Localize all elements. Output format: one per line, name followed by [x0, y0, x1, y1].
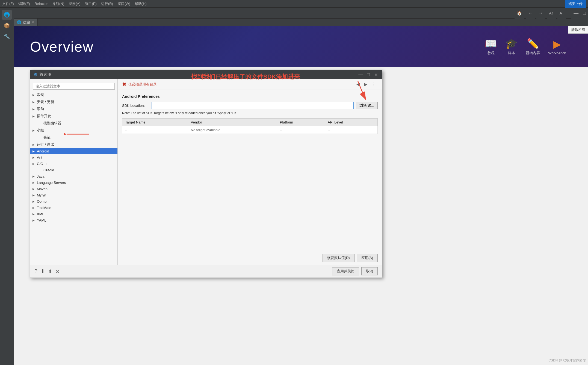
- sidebar-icon-second[interactable]: 📦: [2, 21, 12, 31]
- sdk-targets-table: Target Name Vendor Platform API Level --…: [122, 118, 378, 134]
- prefs-content: Android Preferences SDK Location: 浏览(B).…: [118, 90, 382, 251]
- settings-icon[interactable]: ⊙: [55, 268, 60, 274]
- cell-api: --: [325, 126, 377, 134]
- back-button[interactable]: ←: [526, 8, 535, 19]
- tree-item-16[interactable]: ▶Oomph: [30, 198, 117, 205]
- sidebar-icon-welcome[interactable]: 🌐: [2, 10, 12, 20]
- overview-icon-tutorial[interactable]: 📖 教程: [485, 38, 497, 55]
- overview-icon-sample[interactable]: 🎓 样本: [505, 38, 518, 55]
- browse-button[interactable]: 浏览(B)...: [356, 102, 378, 109]
- apply-close-button[interactable]: 应用并关闭: [332, 267, 359, 275]
- overview-icons: 📖 教程 🎓 样本 ✏️ 新增内容 ▶ Workbench: [485, 38, 566, 55]
- cell-target: --: [122, 126, 188, 134]
- forward-button[interactable]: →: [536, 8, 545, 19]
- tree-arrow-12: ▶: [32, 175, 36, 178]
- dialog-minimize-button[interactable]: —: [357, 72, 364, 77]
- apply-button[interactable]: 应用(A): [357, 254, 378, 262]
- menu-item-search[interactable]: 搜索(A): [69, 1, 80, 6]
- tree-item-2[interactable]: ▶帮助: [30, 105, 117, 113]
- csdn-watermark: CSDN @ 聪明才智亦如你: [548, 358, 586, 363]
- menu-item-file[interactable]: 文件(F): [2, 1, 14, 6]
- tree-item-7[interactable]: ▶运行 / 调试: [30, 141, 117, 148]
- menu-item-edit[interactable]: 编辑(E): [18, 1, 30, 6]
- play-icon: ▶: [553, 39, 561, 50]
- tree-label-10: C/C++: [37, 162, 47, 166]
- col-api-level: API Level: [325, 119, 377, 126]
- upload-button[interactable]: 拓美上传: [565, 0, 586, 8]
- tree-item-11[interactable]: Gradle: [30, 167, 117, 173]
- tree-arrow-5: ▶: [32, 129, 36, 132]
- tree-item-18[interactable]: ▶XML: [30, 211, 117, 217]
- dialog-sidebar: ▶常规▶安装 / 更新▶帮助▶插件开发模型编辑器▶小组验证▶运行 / 调试▶An…: [30, 79, 118, 265]
- dialog-maximize-button[interactable]: □: [366, 72, 371, 77]
- tab-close-button[interactable]: ✕: [32, 20, 34, 24]
- tree-item-3[interactable]: ▶插件开发: [30, 113, 117, 120]
- sidebar-icon-third[interactable]: 🔧: [2, 32, 12, 42]
- dialog-action-bar: 恢复默认值(D) 应用(A): [118, 251, 382, 265]
- cancel-button[interactable]: 取消: [361, 267, 378, 275]
- tree-label-14: Maven: [37, 187, 48, 191]
- book-icon: 📖: [485, 38, 497, 49]
- dialog-title-left: ⚙ 首选项: [34, 72, 51, 77]
- nav-prev-button[interactable]: ◀: [355, 81, 361, 87]
- dialog-title-right: — □ ✕: [357, 72, 379, 77]
- tree-arrow-8: ▶: [32, 150, 36, 153]
- tree-item-6[interactable]: 验证: [30, 134, 117, 141]
- tree-item-12[interactable]: ▶Java: [30, 173, 117, 179]
- home-button[interactable]: 🏠: [515, 8, 524, 19]
- menu-item-project[interactable]: 项目(P): [85, 1, 96, 6]
- clear-all-button[interactable]: 清除所有: [568, 26, 588, 34]
- menu-item-refactor[interactable]: Refactor: [34, 2, 48, 6]
- tree-item-9[interactable]: ▶Ant: [30, 154, 117, 161]
- col-platform: Platform: [277, 119, 325, 126]
- tree-item-1[interactable]: ▶安装 / 更新: [30, 98, 117, 105]
- tree-item-13[interactable]: ▶Language Servers: [30, 179, 117, 186]
- tree-arrow-19: ▶: [32, 219, 36, 222]
- dialog-close-button[interactable]: ✕: [373, 72, 379, 77]
- maximize-button[interactable]: □: [581, 8, 588, 19]
- sdk-note-text: Note: The list of SDK Targets below is o…: [122, 111, 378, 115]
- tree-label-11: Gradle: [43, 168, 54, 172]
- tree-arrow-14: ▶: [32, 187, 36, 190]
- content-area: ⚙ 首选项 — □ ✕: [14, 67, 588, 365]
- font-down-button[interactable]: A↓: [557, 8, 566, 19]
- nav-menu-button[interactable]: ⋮: [370, 81, 378, 87]
- import-icon[interactable]: ⬆: [48, 268, 52, 274]
- tree-label-6: 验证: [43, 135, 51, 140]
- overview-icon-workbench[interactable]: ▶ Workbench: [548, 39, 566, 55]
- tree-item-17[interactable]: ▶TextMate: [30, 205, 117, 211]
- nav-next-button[interactable]: ▶: [362, 81, 369, 87]
- tab-welcome[interactable]: 🌐 欢迎 ✕: [14, 19, 38, 26]
- tree-arrow-17: ▶: [32, 206, 36, 209]
- tree-item-0[interactable]: ▶常规: [30, 91, 117, 98]
- dialog-footer: ? ⬇ ⬆ ⊙ 应用并关闭 取消: [30, 265, 382, 278]
- prefs-section-title: Android Preferences: [122, 94, 378, 99]
- tree-label-4: 模型编辑器: [43, 121, 61, 126]
- tree-label-2: 帮助: [37, 107, 44, 111]
- cell-platform: --: [277, 126, 325, 134]
- menu-item-window[interactable]: 窗口(W): [117, 1, 130, 6]
- font-up-button[interactable]: A↑: [547, 8, 556, 19]
- tree-item-5[interactable]: ▶小组: [30, 127, 117, 134]
- tree-arrow-13: ▶: [32, 181, 36, 184]
- minimize-button[interactable]: —: [571, 8, 581, 19]
- tree-item-10[interactable]: ▶C/C++: [30, 161, 117, 167]
- dialog-content: ▶常规▶安装 / 更新▶帮助▶插件开发模型编辑器▶小组验证▶运行 / 调试▶An…: [30, 79, 382, 265]
- tree-label-5: 小组: [37, 128, 44, 133]
- tree-label-7: 运行 / 调试: [37, 142, 54, 147]
- tree-label-18: XML: [37, 212, 44, 216]
- tree-item-4[interactable]: 模型编辑器: [30, 120, 117, 127]
- tree-item-19[interactable]: ▶YAML: [30, 217, 117, 223]
- menu-item-help[interactable]: 帮助(H): [135, 1, 147, 6]
- tree-item-8[interactable]: ▶Android: [30, 148, 117, 154]
- tree-item-14[interactable]: ▶Maven: [30, 186, 117, 192]
- export-icon[interactable]: ⬇: [41, 268, 45, 274]
- menu-item-nav[interactable]: 导航(N): [52, 1, 64, 6]
- restore-defaults-button[interactable]: 恢复默认值(D): [323, 254, 354, 262]
- sdk-location-input[interactable]: [152, 102, 354, 109]
- help-icon[interactable]: ?: [35, 268, 37, 274]
- menu-item-run[interactable]: 运行(R): [101, 1, 113, 6]
- tree-item-15[interactable]: ▶Mylyn: [30, 192, 117, 198]
- overview-icon-new[interactable]: ✏️ 新增内容: [526, 38, 540, 55]
- filter-input[interactable]: [33, 83, 115, 90]
